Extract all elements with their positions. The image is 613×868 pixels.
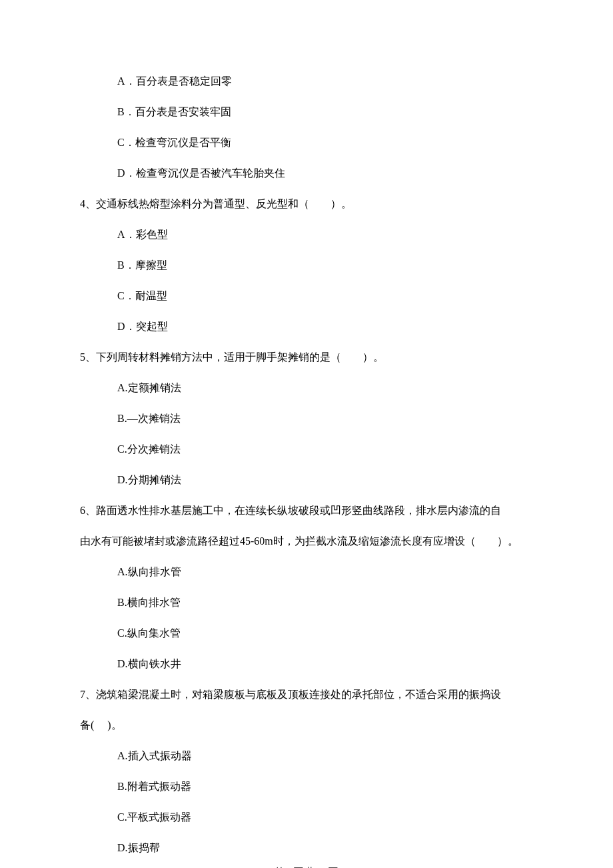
q7-option-d: D.振捣帮 — [80, 840, 533, 856]
q3-option-c: C．检查弯沉仪是否平衡 — [80, 135, 533, 151]
q6-option-a: A.纵向排水管 — [80, 564, 533, 580]
page: A．百分表是否稳定回零 B．百分表是否安装牢固 C．检查弯沉仪是否平衡 D．检查… — [0, 0, 613, 868]
q5-option-c: C.分次摊销法 — [80, 441, 533, 457]
q7-option-b: B.附着式振动器 — [80, 779, 533, 795]
q4-option-b: B．摩擦型 — [80, 257, 533, 273]
q6-option-b: B.横向排水管 — [80, 595, 533, 611]
q3-option-b: B．百分表是否安装牢固 — [80, 104, 533, 120]
q4-option-c: C．耐温型 — [80, 288, 533, 304]
q7-stem-line2: 备( )。 — [80, 717, 533, 733]
q6-option-c: C.纵向集水管 — [80, 625, 533, 641]
q6-option-d: D.横向铁水井 — [80, 656, 533, 672]
page-footer: 第 2 页 共 22 页 — [0, 865, 613, 868]
q7-option-a: A.插入式振动器 — [80, 748, 533, 764]
q7-option-c: C.平板式振动器 — [80, 809, 533, 825]
q5-option-b: B.—次摊销法 — [80, 411, 533, 427]
q4-option-a: A．彩色型 — [80, 227, 533, 243]
q4-option-d: D．突起型 — [80, 319, 533, 335]
q3-option-d: D．检查弯沉仪是否被汽车轮胎夹住 — [80, 165, 533, 181]
q5-option-d: D.分期摊销法 — [80, 472, 533, 488]
q6-stem-line2: 由水有可能被堵封或渗流路径超过45-60m时，为拦截水流及缩短渗流长度有应增设（… — [80, 533, 533, 549]
q4-stem: 4、交通标线热熔型涂料分为普通型、反光型和（ ）。 — [80, 196, 533, 212]
q3-option-a: A．百分表是否稳定回零 — [80, 73, 533, 89]
q7-stem-line1: 7、浇筑箱梁混凝土时，对箱梁腹板与底板及顶板连接处的承托部位，不适合采用的振捣设 — [80, 687, 533, 703]
q6-stem-line1: 6、路面透水性排水基层施工中，在连续长纵坡破段或凹形竖曲线路段，排水层内渗流的自 — [80, 503, 533, 519]
q5-option-a: A.定额摊销法 — [80, 380, 533, 396]
q5-stem: 5、下列周转材料摊销方法中，适用于脚手架摊销的是（ ）。 — [80, 349, 533, 365]
